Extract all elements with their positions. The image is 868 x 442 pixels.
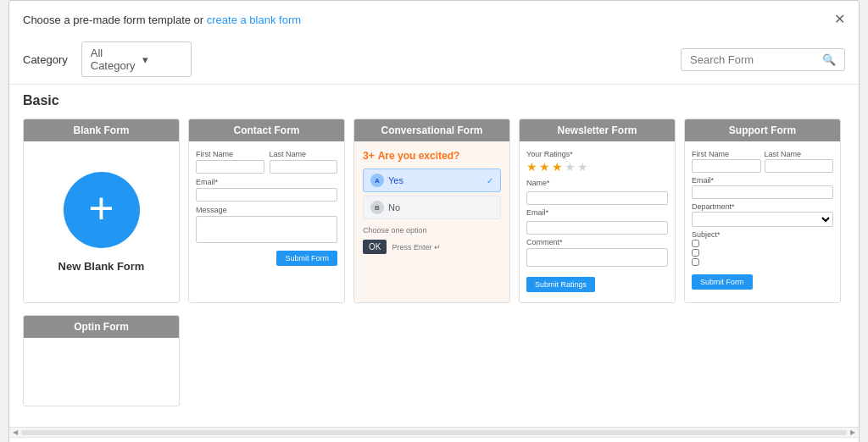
- nl-email-input[interactable]: [526, 221, 668, 235]
- sf-dept-row: Department*: [692, 202, 833, 227]
- conv-question: 3+Are you excited?: [363, 150, 501, 162]
- sf-dept-select[interactable]: [692, 212, 833, 227]
- contact-lastname-input[interactable]: [270, 160, 338, 174]
- sf-firstname-label: First Name: [692, 150, 761, 158]
- conv-option-b-left: B No: [370, 201, 400, 214]
- card-body-newsletter: Your Ratings* ★ ★ ★ ★ ★ Name* Email* Com…: [520, 141, 675, 302]
- card-optin-form[interactable]: Optin Form: [23, 315, 180, 406]
- card-conversational-form[interactable]: Conversational Form 3+Are you excited? A…: [353, 119, 510, 303]
- conv-option-b[interactable]: B No: [363, 196, 501, 219]
- contact-email-row: Email*: [196, 178, 337, 202]
- card-header-blank: Blank Form: [24, 119, 179, 141]
- sf-email-label: Email*: [692, 176, 833, 185]
- conv-option-b-badge: B: [370, 201, 384, 214]
- card-body-optin: [24, 338, 179, 406]
- nl-name-input[interactable]: [526, 191, 668, 205]
- basic-cards-row: Blank Form + New Blank Form Contact Form…: [23, 119, 845, 303]
- conv-option-a-check: ✓: [487, 176, 493, 185]
- conv-option-a[interactable]: A Yes ✓: [363, 169, 501, 192]
- sf-check-2[interactable]: [692, 249, 833, 257]
- contact-message-row: Message: [196, 206, 337, 243]
- star-2: ★: [539, 160, 550, 174]
- card-body-blank: + New Blank Form: [24, 141, 179, 302]
- contact-lastname-group: Last Name: [270, 150, 338, 174]
- conv-ok-btn[interactable]: OK: [363, 240, 387, 254]
- card-header-contact: Contact Form: [189, 119, 344, 141]
- nl-ratings-label: Your Ratings*: [526, 150, 668, 158]
- contact-firstname-input[interactable]: [196, 160, 264, 174]
- card-body-contact: First Name Last Name Email*: [189, 141, 344, 302]
- contact-mini-form: First Name Last Name Email*: [196, 150, 337, 266]
- nl-submit-btn[interactable]: Submit Ratings: [526, 277, 595, 292]
- sf-email-group: Email*: [692, 176, 833, 199]
- nl-email-label: Email*: [526, 208, 668, 217]
- card-body-conv: 3+Are you excited? A Yes ✓ B No: [354, 141, 509, 302]
- horizontal-scrollbar[interactable]: ◀ ▶: [9, 427, 859, 437]
- search-icon: 🔍: [822, 53, 836, 66]
- sf-lastname-group: Last Name: [765, 150, 834, 173]
- optin-cards-row: Optin Form: [23, 315, 845, 406]
- sf-subject-label: Subject*: [692, 230, 833, 239]
- contact-email-group: Email*: [196, 178, 337, 202]
- search-box[interactable]: 🔍: [681, 48, 845, 71]
- card-body-support: First Name Last Name Email*: [685, 141, 840, 302]
- contact-message-input[interactable]: [196, 216, 337, 243]
- sf-lastname-label: Last Name: [765, 150, 834, 158]
- contact-lastname-label: Last Name: [270, 150, 338, 158]
- sf-email-input[interactable]: [692, 185, 833, 199]
- star-1: ★: [526, 160, 537, 174]
- star-3: ★: [552, 160, 563, 174]
- contact-message-group: Message: [196, 206, 337, 243]
- contact-message-label: Message: [196, 206, 337, 214]
- sf-check-3[interactable]: [692, 258, 833, 266]
- card-support-form[interactable]: Support Form First Name Last Name: [684, 119, 841, 303]
- nl-comment-label: Comment*: [526, 238, 668, 246]
- contact-submit-btn[interactable]: Submit Form: [276, 251, 337, 266]
- scroll-bar-track: [21, 430, 847, 435]
- modal-dialog: Choose a pre-made form template or creat…: [8, 0, 860, 442]
- scroll-left-icon[interactable]: ◀: [11, 428, 19, 436]
- nl-stars-row: ★ ★ ★ ★ ★: [526, 160, 668, 174]
- conv-option-b-text: No: [388, 202, 400, 213]
- sf-name-row: First Name Last Name: [692, 150, 833, 173]
- card-newsletter-form[interactable]: Newsletter Form Your Ratings* ★ ★ ★ ★ ★ …: [519, 119, 676, 303]
- contact-email-input[interactable]: [196, 188, 337, 202]
- search-input[interactable]: [690, 53, 817, 66]
- conv-option-a-text: Yes: [388, 175, 403, 185]
- category-dropdown[interactable]: All Category ▾: [81, 41, 192, 77]
- modal-footer: Cancel Create a Blank Form: [9, 437, 859, 442]
- blank-form-label: New Blank Form: [58, 260, 145, 273]
- conv-ok-row: OK Press Enter ↵: [363, 240, 501, 254]
- sf-firstname-input[interactable]: [692, 159, 761, 173]
- create-blank-link[interactable]: create a blank form: [207, 14, 301, 26]
- sf-lastname-input[interactable]: [765, 159, 834, 173]
- close-button[interactable]: ✕: [834, 13, 845, 26]
- scroll-right-icon[interactable]: ▶: [849, 428, 857, 436]
- contact-name-row: First Name Last Name: [196, 150, 337, 174]
- blank-form-icon: +: [64, 172, 140, 248]
- card-contact-form[interactable]: Contact Form First Name Last Name: [188, 119, 345, 303]
- card-header-optin: Optin Form: [24, 316, 179, 338]
- conv-option-a-left: A Yes: [370, 174, 403, 187]
- conv-option-a-badge: A: [370, 174, 384, 187]
- sf-firstname-group: First Name: [692, 150, 761, 173]
- card-header-support: Support Form: [685, 119, 840, 141]
- conv-ok-hint: Press Enter ↵: [392, 243, 441, 251]
- star-5: ★: [577, 160, 588, 174]
- toolbar: Category All Category ▾ 🔍: [9, 35, 859, 84]
- sf-dept-group: Department*: [692, 202, 833, 227]
- star-4: ★: [565, 160, 576, 174]
- sf-check-1[interactable]: [692, 240, 833, 247]
- sf-dept-label: Department*: [692, 202, 833, 211]
- conv-hint: Choose one option: [363, 226, 501, 235]
- plus-icon: +: [88, 186, 114, 230]
- card-header-newsletter: Newsletter Form: [520, 119, 675, 141]
- conv-step: 3+: [363, 150, 375, 162]
- header-text: Choose a pre-made form template or creat…: [23, 14, 301, 26]
- sf-checkboxes: [692, 240, 833, 266]
- card-blank-form[interactable]: Blank Form + New Blank Form: [23, 119, 180, 303]
- nl-comment-input[interactable]: [526, 248, 668, 267]
- chevron-down-icon: ▾: [142, 53, 182, 66]
- contact-email-label: Email*: [196, 178, 337, 186]
- sf-submit-btn[interactable]: Submit Form: [692, 274, 753, 290]
